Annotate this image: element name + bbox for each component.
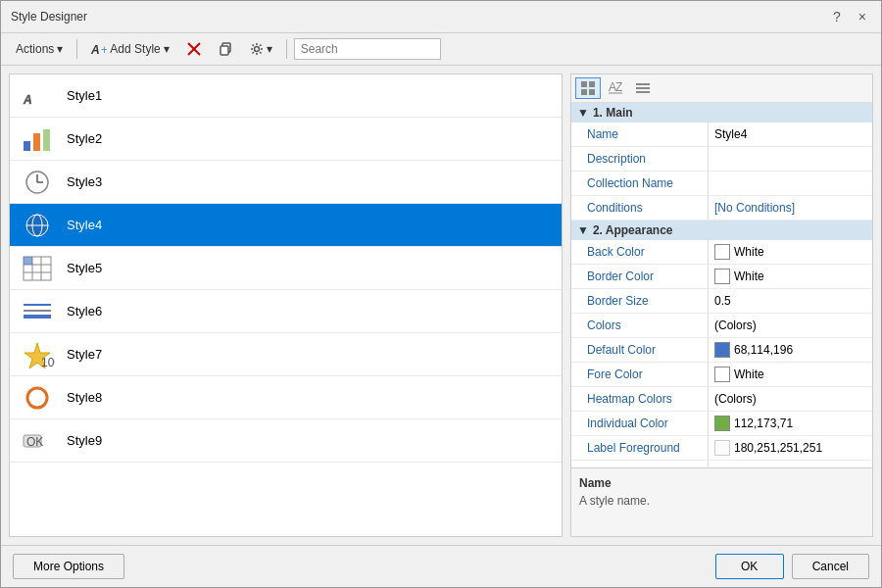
- prop-label-default-color: Default Color: [571, 338, 709, 362]
- style-item-style1[interactable]: A A Style1: [10, 74, 562, 118]
- dialog-title: Style Designer: [11, 10, 87, 24]
- prop-label-name: Name: [571, 122, 709, 146]
- info-title: Name: [579, 476, 864, 490]
- ok-button[interactable]: OK: [715, 554, 784, 579]
- actions-label: Actions: [16, 42, 54, 56]
- title-bar-right: ? ×: [828, 7, 871, 26]
- close-button[interactable]: ×: [854, 7, 871, 26]
- prop-label-colors: Colors: [571, 314, 709, 337]
- main-content: A A Style1 Style2: [1, 66, 881, 545]
- add-style-label: Add Style: [110, 42, 160, 56]
- style3-name: Style3: [67, 174, 102, 189]
- svg-rect-10: [33, 133, 40, 151]
- individual-color-swatch: [714, 416, 730, 431]
- back-color-swatch: [714, 244, 730, 260]
- title-bar-left: Style Designer: [11, 10, 87, 24]
- prop-value-colors[interactable]: (Colors): [709, 314, 872, 337]
- settings-button[interactable]: ▾: [243, 38, 279, 60]
- style9-name: Style9: [67, 433, 102, 448]
- info-panel: Name A style name.: [571, 467, 872, 536]
- prop-value-default-color[interactable]: 68,114,196: [709, 338, 872, 362]
- prop-label-description: Description: [571, 147, 709, 171]
- title-bar: Style Designer ? ×: [1, 1, 881, 33]
- style-item-style6[interactable]: Style6: [10, 290, 562, 333]
- prop-value-collection-name[interactable]: [709, 172, 872, 195]
- separator-1: [76, 39, 77, 59]
- toolbar: Actions ▾ A + Add Style ▾: [1, 33, 881, 66]
- prop-value-conditions[interactable]: [No Conditions]: [709, 196, 872, 220]
- style7-icon: 100: [20, 339, 55, 370]
- svg-rect-5: [220, 46, 228, 55]
- style-item-style4[interactable]: Style4: [10, 204, 562, 247]
- style-item-style8[interactable]: Style8: [10, 376, 562, 419]
- section-main-collapse-icon: ▼: [577, 106, 589, 120]
- style1-icon: A A: [20, 80, 55, 112]
- section-appearance-label: 2. Appearance: [593, 223, 673, 237]
- categorized-view-button[interactable]: [575, 77, 601, 99]
- svg-rect-35: [581, 89, 587, 95]
- style1-name: Style1: [67, 88, 102, 103]
- prop-value-back-color[interactable]: White: [709, 240, 872, 264]
- actions-button[interactable]: Actions ▾: [9, 38, 70, 60]
- svg-rect-9: [24, 141, 30, 151]
- style4-icon: [20, 210, 55, 241]
- prop-value-border-color[interactable]: White: [709, 265, 872, 288]
- default-color-text: 68,114,196: [734, 343, 793, 357]
- prop-value-label-foreground[interactable]: 180,251,251,251: [709, 436, 872, 460]
- sorted-view-button[interactable]: A Z: [603, 77, 628, 99]
- prop-label-collection-name: Collection Name: [571, 172, 709, 195]
- prop-value-border-size[interactable]: 0.5: [709, 289, 872, 313]
- prop-row-description: Description: [571, 147, 872, 172]
- prop-label-label-shadow-foreground: Label Shadow Foregroun: [571, 461, 709, 467]
- prop-label-conditions: Conditions: [571, 196, 709, 220]
- individual-color-text: 112,173,71: [734, 416, 793, 430]
- svg-rect-34: [589, 81, 595, 87]
- prop-row-heatmap-colors: Heatmap Colors (Colors): [571, 387, 872, 412]
- fore-color-text: White: [734, 368, 764, 381]
- delete-button[interactable]: [180, 38, 208, 60]
- prop-value-individual-color[interactable]: 112,173,71: [709, 412, 872, 435]
- prop-toolbar: A Z: [571, 74, 872, 103]
- prop-row-conditions: Conditions [No Conditions]: [571, 196, 872, 220]
- default-color-swatch: [714, 342, 730, 358]
- prop-row-individual-color: Individual Color 112,173,71: [571, 412, 872, 436]
- cancel-button[interactable]: Cancel: [792, 554, 869, 579]
- style-designer-dialog: Style Designer ? × Actions ▾ A + Add Sty…: [0, 0, 882, 588]
- copy-button[interactable]: [212, 38, 239, 60]
- section-main-header[interactable]: ▼ 1. Main: [571, 103, 872, 122]
- prop-row-default-color: Default Color 68,114,196: [571, 338, 872, 363]
- style-item-style5[interactable]: Style5: [10, 247, 562, 290]
- styles-panel: A A Style1 Style2: [9, 74, 563, 537]
- prop-value-description[interactable]: [709, 147, 872, 171]
- add-style-button[interactable]: A + Add Style ▾: [84, 37, 175, 61]
- prop-value-heatmap-colors[interactable]: (Colors): [709, 387, 872, 411]
- style6-icon: [20, 296, 55, 327]
- label-fg-color-swatch: [714, 440, 730, 456]
- section-appearance-header[interactable]: ▼ 2. Appearance: [571, 220, 872, 240]
- footer: More Options OK Cancel: [1, 545, 881, 587]
- search-input[interactable]: [294, 38, 441, 60]
- style-item-style2[interactable]: Style2: [10, 118, 562, 161]
- section-appearance-collapse-icon: ▼: [577, 223, 589, 237]
- style-item-style7[interactable]: 100 Style7: [10, 333, 562, 376]
- style4-name: Style4: [67, 218, 102, 232]
- style5-icon: [20, 253, 55, 284]
- help-button[interactable]: ?: [828, 7, 846, 26]
- section-main-label: 1. Main: [593, 106, 633, 120]
- actions-dropdown-icon: ▾: [57, 42, 63, 56]
- prop-row-collection-name: Collection Name: [571, 172, 872, 196]
- style-item-style3[interactable]: Style3: [10, 161, 562, 204]
- prop-menu-button[interactable]: [630, 77, 656, 99]
- style5-name: Style5: [67, 261, 102, 275]
- svg-rect-41: [636, 87, 650, 89]
- border-color-swatch: [714, 269, 730, 284]
- style-item-style9[interactable]: OK Style9: [10, 419, 562, 463]
- prop-value-label-shadow-foreground[interactable]: 37,37,37: [709, 461, 872, 467]
- more-options-button[interactable]: More Options: [13, 554, 124, 579]
- prop-label-back-color: Back Color: [571, 240, 709, 264]
- prop-value-name[interactable]: Style4: [709, 122, 872, 146]
- svg-rect-33: [581, 81, 587, 87]
- sort-icon: A Z: [608, 80, 623, 96]
- copy-icon: [219, 42, 232, 56]
- prop-value-fore-color[interactable]: White: [709, 363, 872, 386]
